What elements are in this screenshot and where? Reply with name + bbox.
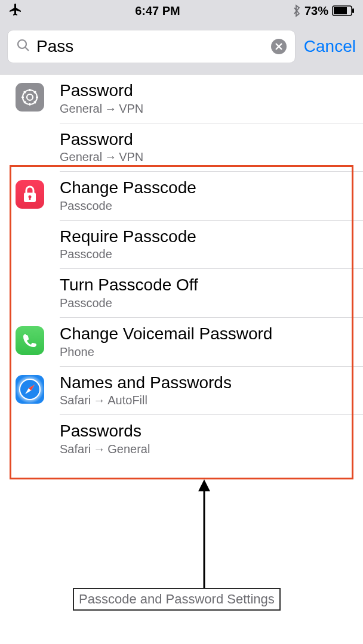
result-path-a: Safari (60, 442, 91, 456)
svg-marker-25 (198, 479, 210, 491)
result-path-a: Phone (60, 345, 94, 358)
result-icon-col (0, 227, 60, 229)
result-path-a: General (60, 150, 102, 163)
result-row[interactable]: PasswordGeneral→VPN (0, 75, 363, 123)
result-title: Password (60, 129, 351, 150)
result-title: Names and Passwords (60, 373, 351, 393)
result-text-col: PasswordGeneral→VPN (60, 80, 363, 123)
svg-line-4 (25, 47, 29, 51)
result-title: Change Passcode (60, 178, 351, 198)
battery-icon (332, 5, 355, 16)
result-title: Require Passcode (60, 227, 351, 247)
result-path: Safari→General (60, 442, 351, 456)
result-text-col: Turn Passcode OffPasscode (60, 275, 363, 318)
result-path-a: General (60, 102, 102, 115)
path-arrow-icon: → (93, 394, 105, 407)
svg-point-7 (27, 94, 33, 100)
path-arrow-icon: → (104, 150, 116, 164)
result-path-b: VPN (119, 102, 143, 115)
result-row[interactable]: Names and PasswordsSafari→AutoFill (0, 367, 363, 416)
result-icon-col (0, 275, 60, 277)
result-text-col: PasswordsSafari→General (60, 421, 363, 463)
result-row[interactable]: Change Voicemail PasswordPhone (0, 318, 363, 367)
result-icon-col (0, 178, 60, 209)
result-path: Safari→AutoFill (60, 394, 351, 407)
svg-rect-2 (352, 8, 354, 13)
battery-percent: 73% (304, 4, 328, 18)
result-icon-col (0, 80, 60, 112)
result-title: Password (60, 80, 351, 101)
search-icon (16, 38, 30, 55)
svg-rect-19 (29, 197, 31, 200)
result-path: Phone (60, 345, 351, 359)
svg-point-3 (18, 40, 26, 48)
path-arrow-icon: → (104, 102, 116, 116)
result-path-b: VPN (119, 150, 143, 163)
search-input[interactable] (36, 37, 265, 56)
result-row[interactable]: PasswordGeneral→VPN (0, 123, 363, 172)
search-results: PasswordGeneral→VPNPasswordGeneral→VPNCh… (0, 75, 363, 463)
result-icon-col (0, 129, 60, 132)
status-bar: 6:47 PM 73% (0, 0, 363, 21)
result-text-col: Change Voicemail PasswordPhone (60, 324, 363, 367)
result-row[interactable]: Require PasscodePasscode (0, 221, 363, 270)
result-path-a: Passcode (60, 247, 112, 261)
result-path: General→VPN (60, 150, 351, 164)
result-path: Passcode (60, 247, 351, 261)
airplane-mode-icon (8, 2, 23, 20)
cancel-button[interactable]: Cancel (304, 37, 356, 56)
path-arrow-icon: → (93, 442, 105, 456)
result-path-a: Passcode (60, 296, 112, 309)
result-text-col: Names and PasswordsSafari→AutoFill (60, 373, 363, 416)
result-row[interactable]: PasswordsSafari→General (0, 415, 363, 463)
result-title: Passwords (60, 421, 351, 441)
result-path-a: Passcode (60, 199, 112, 212)
annotation-arrow (197, 479, 211, 590)
search-field[interactable] (7, 30, 296, 63)
result-row[interactable]: Turn Passcode OffPasscode (0, 269, 363, 318)
status-time: 6:47 PM (135, 4, 180, 18)
result-path: Passcode (60, 199, 351, 213)
result-path: General→VPN (60, 102, 351, 116)
result-path-a: Safari (60, 394, 91, 407)
result-icon-col (0, 324, 60, 355)
phone-icon (16, 326, 44, 355)
annotation-label: Passcode and Password Settings (73, 588, 281, 611)
result-path-b: General (107, 442, 150, 456)
result-row[interactable]: Change PasscodePasscode (0, 172, 363, 221)
result-icon-col (0, 373, 60, 404)
lock-icon (16, 180, 44, 209)
clear-search-button[interactable] (271, 39, 287, 54)
bluetooth-icon (293, 4, 301, 17)
result-path-b: AutoFill (107, 394, 147, 407)
settings-icon (16, 83, 44, 112)
result-text-col: PasswordGeneral→VPN (60, 129, 363, 172)
result-text-col: Require PasscodePasscode (60, 227, 363, 270)
result-title: Turn Passcode Off (60, 275, 351, 295)
result-path: Passcode (60, 296, 351, 310)
search-bar: Cancel (0, 21, 363, 75)
result-icon-col (0, 421, 60, 423)
svg-rect-1 (334, 7, 347, 14)
result-title: Change Voicemail Password (60, 324, 351, 344)
result-text-col: Change PasscodePasscode (60, 178, 363, 221)
safari-icon (16, 375, 44, 404)
annotation-label-text: Passcode and Password Settings (79, 592, 275, 606)
